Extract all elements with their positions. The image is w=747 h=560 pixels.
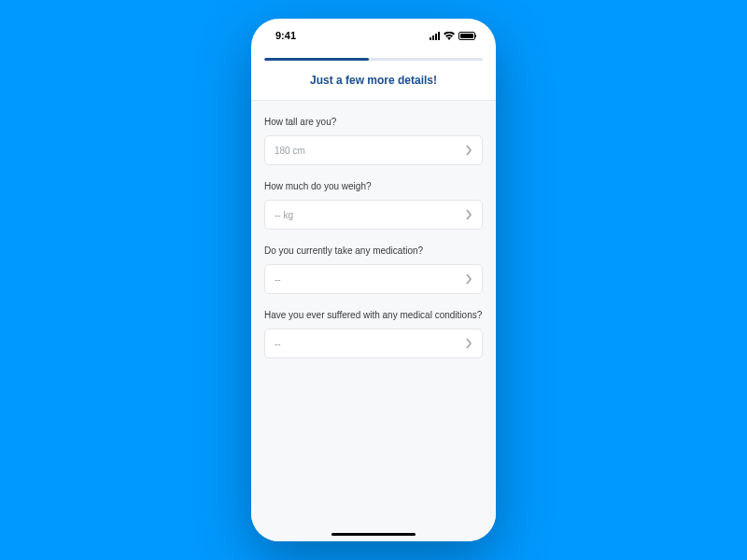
select-value-medication: -- <box>275 274 281 285</box>
signal-icon <box>430 32 440 40</box>
select-value-height: 180 cm <box>275 146 305 156</box>
progress-fill <box>264 58 369 61</box>
label-height: How tall are you? <box>264 116 483 128</box>
onboarding-header: Just a few more details! <box>251 52 496 100</box>
details-form: How tall are you? 180 cm How much do you… <box>251 100 496 541</box>
label-conditions: Have you ever suffered with any medical … <box>264 309 483 321</box>
select-conditions[interactable]: -- <box>264 329 483 358</box>
chevron-right-icon <box>465 338 472 349</box>
page-title: Just a few more details! <box>264 74 483 87</box>
field-medication: Do you currently take any medication? -- <box>264 245 483 294</box>
label-medication: Do you currently take any medication? <box>264 245 483 257</box>
label-weight: How much do you weigh? <box>264 180 483 192</box>
chevron-right-icon <box>465 273 472 285</box>
field-height: How tall are you? 180 cm <box>264 116 483 165</box>
field-weight: How much do you weigh? -- kg <box>264 180 483 230</box>
select-value-weight: -- kg <box>275 210 293 220</box>
status-bar: 9:41 <box>251 19 496 52</box>
home-indicator[interactable] <box>331 533 416 536</box>
battery-icon <box>458 32 475 40</box>
phone-frame: 9:41 Just a few more details! How tall a… <box>251 19 496 541</box>
chevron-right-icon <box>465 145 472 156</box>
select-height[interactable]: 180 cm <box>264 135 483 165</box>
status-time: 9:41 <box>275 30 296 41</box>
select-medication[interactable]: -- <box>264 264 483 294</box>
chevron-right-icon <box>465 209 472 220</box>
select-value-conditions: -- <box>275 339 281 349</box>
status-icons <box>430 32 475 40</box>
wifi-icon <box>444 32 455 40</box>
field-conditions: Have you ever suffered with any medical … <box>264 309 483 358</box>
select-weight[interactable]: -- kg <box>264 200 483 230</box>
progress-bar <box>264 58 483 61</box>
